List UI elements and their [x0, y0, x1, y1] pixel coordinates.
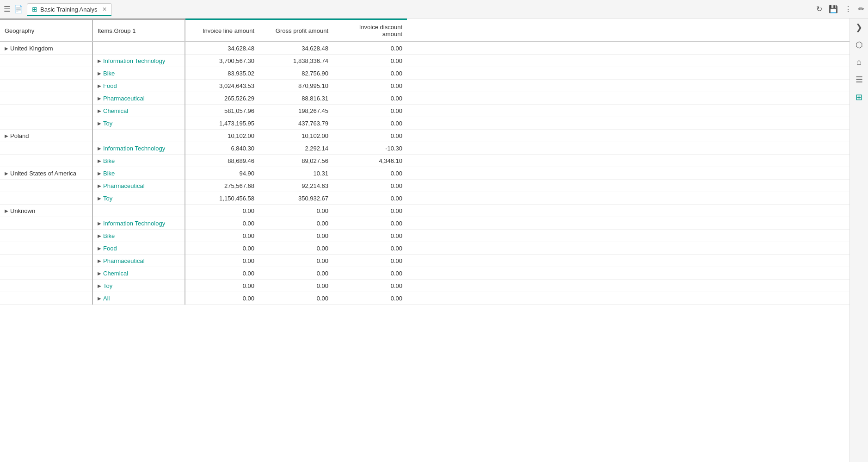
- cell-items-group[interactable]: ▶ Toy: [92, 192, 185, 205]
- cube-icon[interactable]: ⬡: [856, 40, 863, 50]
- grid-view-icon[interactable]: ⊞: [856, 92, 862, 102]
- home-icon[interactable]: ⌂: [856, 57, 862, 67]
- grp-expand-btn[interactable]: ▶ Toy: [98, 282, 112, 289]
- save-icon[interactable]: 💾: [829, 5, 838, 13]
- cell-items-group[interactable]: ▶ Toy: [92, 117, 185, 130]
- cell-items-group[interactable]: ▶ Bike: [92, 167, 185, 180]
- cell-items-group[interactable]: ▶ Bike: [92, 155, 185, 167]
- grp-label-link[interactable]: All: [103, 295, 110, 302]
- cell-gross-profit: 0.00: [259, 205, 333, 217]
- cell-items-group[interactable]: ▶ Bike: [92, 230, 185, 242]
- cell-geography: [0, 280, 92, 292]
- grp-label-link[interactable]: Chemical: [103, 270, 128, 277]
- grp-expand-btn[interactable]: ▶ Pharmaceutical: [98, 182, 145, 189]
- cell-items-group[interactable]: ▶ Bike: [92, 67, 185, 80]
- cell-invoice-line: 275,567.68: [185, 180, 259, 192]
- list-icon[interactable]: ☰: [856, 75, 863, 85]
- grp-label-link[interactable]: Bike: [103, 157, 115, 164]
- cell-items-group[interactable]: ▶ Pharmaceutical: [92, 180, 185, 192]
- grp-label-link[interactable]: Food: [103, 82, 117, 89]
- grp-label-link[interactable]: Information Technology: [103, 145, 165, 152]
- cell-items-group[interactable]: ▶ All: [92, 292, 185, 305]
- edit-icon[interactable]: ✏: [858, 5, 864, 13]
- grp-label-link[interactable]: Toy: [103, 282, 112, 289]
- cell-empty: [407, 55, 850, 67]
- cell-invoice-discount: 0.00: [333, 167, 407, 180]
- grp-expand-btn[interactable]: ▶ Pharmaceutical: [98, 257, 145, 264]
- geo-expand-btn[interactable]: ▶ United States of America: [5, 170, 76, 177]
- cell-items-group[interactable]: ▶ Pharmaceutical: [92, 92, 185, 105]
- grp-label-link[interactable]: Pharmaceutical: [103, 257, 145, 264]
- expand-arrow-icon: ▶: [98, 233, 101, 238]
- cell-items-group[interactable]: ▶ Food: [92, 242, 185, 255]
- grp-label-link[interactable]: Toy: [103, 195, 112, 202]
- cell-invoice-discount: 4,346.10: [333, 155, 407, 167]
- cell-invoice-line: 0.00: [185, 280, 259, 292]
- grp-label-link[interactable]: Information Technology: [103, 57, 165, 64]
- cell-gross-profit: 0.00: [259, 217, 333, 230]
- tab-close-button[interactable]: ✕: [102, 6, 107, 12]
- grp-expand-btn[interactable]: ▶ All: [98, 295, 110, 302]
- grp-label-link[interactable]: Food: [103, 245, 117, 252]
- table-container[interactable]: Geography Items.Group 1 Invoice line amo…: [0, 19, 850, 462]
- cell-items-group[interactable]: ▶ Information Technology: [92, 217, 185, 230]
- cell-items-group: [92, 205, 185, 217]
- grp-expand-btn[interactable]: ▶ Information Technology: [98, 57, 165, 64]
- grp-label-link[interactable]: Information Technology: [103, 220, 165, 227]
- cell-empty: [407, 142, 850, 155]
- tab-grid-icon: ⊞: [32, 6, 37, 13]
- grp-label-link[interactable]: Pharmaceutical: [103, 95, 145, 102]
- grp-expand-btn[interactable]: ▶ Bike: [98, 232, 115, 239]
- geo-expand-btn[interactable]: ▶ United Kingdom: [5, 45, 53, 52]
- grp-expand-btn[interactable]: ▶ Toy: [98, 120, 112, 127]
- cell-geography: [0, 155, 92, 167]
- cell-items-group[interactable]: ▶ Chemical: [92, 267, 185, 280]
- grp-label-link[interactable]: Pharmaceutical: [103, 182, 145, 189]
- grp-expand-btn[interactable]: ▶ Bike: [98, 170, 115, 177]
- grp-label-link[interactable]: Toy: [103, 120, 112, 127]
- grp-expand-btn[interactable]: ▶ Food: [98, 82, 117, 89]
- tab-title: Basic Training Analys: [40, 6, 98, 13]
- grp-expand-btn[interactable]: ▶ Toy: [98, 195, 112, 202]
- grp-expand-btn[interactable]: ▶ Food: [98, 245, 117, 252]
- collapse-panel-icon[interactable]: ❯: [856, 22, 862, 32]
- more-options-icon[interactable]: ⋮: [844, 5, 852, 13]
- table-row: ▶ Pharmaceutical0.000.000.00: [0, 255, 850, 267]
- cell-items-group[interactable]: ▶ Information Technology: [92, 142, 185, 155]
- menu-icon[interactable]: ☰: [4, 5, 10, 13]
- grp-expand-btn[interactable]: ▶ Bike: [98, 70, 115, 77]
- cell-invoice-line: 3,024,643.53: [185, 80, 259, 92]
- active-tab[interactable]: ⊞ Basic Training Analys ✕: [27, 3, 112, 15]
- cell-items-group[interactable]: ▶ Information Technology: [92, 55, 185, 67]
- geo-expand-btn[interactable]: ▶ Unknown: [5, 207, 35, 214]
- cell-geography[interactable]: ▶ Unknown: [0, 205, 92, 217]
- geo-expand-btn[interactable]: ▶ Poland: [5, 132, 29, 139]
- refresh-icon[interactable]: ↻: [816, 5, 822, 13]
- cell-items-group[interactable]: ▶ Food: [92, 80, 185, 92]
- grp-expand-btn[interactable]: ▶ Bike: [98, 157, 115, 164]
- grp-label-link[interactable]: Bike: [103, 70, 115, 77]
- cell-items-group[interactable]: ▶ Pharmaceutical: [92, 255, 185, 267]
- cell-items-group[interactable]: ▶ Chemical: [92, 105, 185, 117]
- cell-gross-profit: 1,838,336.74: [259, 55, 333, 67]
- cell-geography[interactable]: ▶ United Kingdom: [0, 42, 92, 55]
- grp-label-link[interactable]: Bike: [103, 170, 115, 177]
- cell-geography[interactable]: ▶ United States of America: [0, 167, 92, 180]
- grp-expand-btn[interactable]: ▶ Information Technology: [98, 145, 165, 152]
- table-row: ▶ Pharmaceutical265,526.2988,816.310.00: [0, 92, 850, 105]
- grp-expand-btn[interactable]: ▶ Chemical: [98, 107, 128, 114]
- expand-arrow-icon: ▶: [5, 208, 8, 213]
- cell-gross-profit: 10.31: [259, 167, 333, 180]
- cell-geography[interactable]: ▶ Poland: [0, 130, 92, 142]
- cell-gross-profit: 0.00: [259, 280, 333, 292]
- grp-label-link[interactable]: Bike: [103, 232, 115, 239]
- grp-expand-btn[interactable]: ▶ Chemical: [98, 270, 128, 277]
- cell-invoice-line: 6,840.30: [185, 142, 259, 155]
- grp-expand-btn[interactable]: ▶ Information Technology: [98, 220, 165, 227]
- cell-items-group[interactable]: ▶ Toy: [92, 280, 185, 292]
- grp-expand-btn[interactable]: ▶ Pharmaceutical: [98, 95, 145, 102]
- table-row: ▶ Pharmaceutical275,567.6892,214.630.00: [0, 180, 850, 192]
- grp-label-link[interactable]: Chemical: [103, 107, 128, 114]
- side-icons-panel: ❯ ⬡ ⌂ ☰ ⊞: [850, 19, 868, 462]
- expand-arrow-icon: ▶: [98, 246, 101, 251]
